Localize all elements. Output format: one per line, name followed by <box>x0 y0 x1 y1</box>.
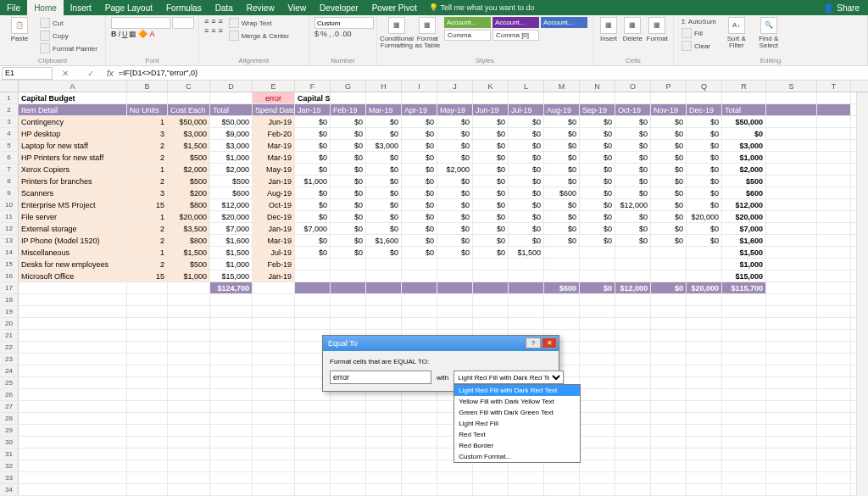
cell[interactable]: $20,000 <box>687 282 722 293</box>
cell[interactable] <box>366 460 402 471</box>
cell[interactable]: $0 <box>402 211 437 222</box>
cell[interactable]: $0 <box>473 211 509 222</box>
cell[interactable] <box>615 425 651 436</box>
cell[interactable]: Jul-19 <box>509 104 544 115</box>
cell[interactable]: $500 <box>168 259 210 270</box>
row-header[interactable]: 4 <box>0 128 19 139</box>
cell[interactable]: 2 <box>127 235 168 246</box>
cell[interactable] <box>766 187 817 198</box>
cell[interactable] <box>402 294 437 305</box>
column-header[interactable]: K <box>473 81 509 92</box>
cell[interactable] <box>402 437 437 448</box>
cell[interactable]: 2 <box>127 152 168 163</box>
cell[interactable] <box>402 460 437 471</box>
cell[interactable] <box>402 306 437 317</box>
cell[interactable]: $1,500 <box>210 247 253 258</box>
cell[interactable]: $0 <box>295 116 331 127</box>
cell[interactable] <box>366 282 402 293</box>
cell[interactable]: File server <box>19 211 127 222</box>
cell[interactable] <box>651 365 687 376</box>
cell[interactable] <box>19 401 127 412</box>
cell[interactable] <box>331 259 366 270</box>
row-header[interactable]: 13 <box>0 235 19 246</box>
cell[interactable] <box>402 92 437 103</box>
cell[interactable]: $0 <box>295 247 331 258</box>
cell[interactable] <box>817 140 851 151</box>
cell[interactable] <box>580 413 615 424</box>
cell[interactable]: $0 <box>437 223 473 234</box>
cell[interactable]: $115,700 <box>722 282 766 293</box>
cell[interactable] <box>766 401 817 412</box>
cell[interactable]: $0 <box>544 152 580 163</box>
cell[interactable]: $3,000 <box>168 128 210 139</box>
cell[interactable] <box>766 389 817 400</box>
cell[interactable] <box>509 484 544 495</box>
cell[interactable]: $0 <box>331 235 366 246</box>
tab-file[interactable]: File <box>0 0 27 15</box>
cell[interactable] <box>817 389 851 400</box>
cell[interactable] <box>580 247 615 258</box>
cell[interactable] <box>687 306 722 317</box>
cell[interactable] <box>687 437 722 448</box>
cell[interactable]: $0 <box>687 235 722 246</box>
cell[interactable]: Oct-19 <box>615 104 651 115</box>
cell[interactable] <box>253 472 295 483</box>
cell[interactable]: $1,500 <box>168 247 210 258</box>
accept-formula-icon[interactable]: ✓ <box>87 69 94 78</box>
cell[interactable]: Jan-19 <box>253 223 295 234</box>
cell[interactable] <box>127 306 168 317</box>
cell[interactable]: No Units <box>127 104 168 115</box>
cell[interactable] <box>19 342 127 353</box>
cell[interactable]: $0 <box>331 164 366 175</box>
cell[interactable] <box>402 425 437 436</box>
cell[interactable]: Mar-19 <box>253 152 295 163</box>
cell[interactable] <box>722 342 766 353</box>
cell[interactable] <box>817 152 851 163</box>
cell[interactable]: $0 <box>331 223 366 234</box>
cell[interactable] <box>19 460 127 471</box>
cell[interactable]: $0 <box>402 176 437 187</box>
cell[interactable]: $12,000 <box>615 199 651 210</box>
cell[interactable]: $0 <box>544 211 580 222</box>
cell[interactable]: $1,500 <box>168 140 210 151</box>
cell[interactable] <box>580 460 615 471</box>
cell[interactable] <box>509 270 544 281</box>
cell[interactable]: $0 <box>366 176 402 187</box>
cell[interactable] <box>295 413 331 424</box>
cell[interactable]: $0 <box>402 128 437 139</box>
cell[interactable]: $0 <box>331 140 366 151</box>
cell[interactable] <box>168 472 210 483</box>
cell[interactable] <box>253 389 295 400</box>
cell[interactable] <box>210 354 253 365</box>
cell[interactable] <box>766 318 817 329</box>
autosum-button[interactable]: Σ AutoSum <box>679 17 719 26</box>
cell[interactable]: May-19 <box>253 164 295 175</box>
cell[interactable]: $1,000 <box>210 152 253 163</box>
cell[interactable] <box>168 318 210 329</box>
row-header[interactable]: 9 <box>0 187 19 198</box>
cell[interactable] <box>331 92 366 103</box>
cell[interactable] <box>651 330 687 341</box>
cell[interactable] <box>366 437 402 448</box>
cell[interactable]: $0 <box>295 211 331 222</box>
cell[interactable] <box>817 484 851 495</box>
cell[interactable] <box>651 294 687 305</box>
cell[interactable]: Jun-19 <box>473 104 509 115</box>
cell[interactable] <box>331 472 366 483</box>
align-left-icon[interactable]: ≡ <box>204 26 209 35</box>
cell[interactable] <box>210 425 253 436</box>
cell[interactable] <box>766 365 817 376</box>
cell[interactable]: $0 <box>366 116 402 127</box>
cell[interactable]: $0 <box>437 187 473 198</box>
cell[interactable]: $800 <box>168 235 210 246</box>
cell[interactable] <box>817 211 851 222</box>
cell[interactable] <box>766 164 817 175</box>
font-size-combo[interactable] <box>172 17 194 29</box>
cell[interactable] <box>331 270 366 281</box>
cell[interactable] <box>766 294 817 305</box>
cell[interactable]: 15 <box>127 270 168 281</box>
cell[interactable] <box>253 282 295 293</box>
cell[interactable] <box>437 270 473 281</box>
align-mid-icon[interactable]: ≡ <box>211 17 215 25</box>
number-format-combo[interactable] <box>314 17 374 29</box>
